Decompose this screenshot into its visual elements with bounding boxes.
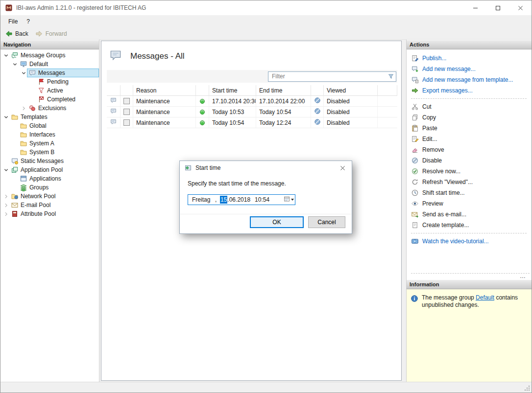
action-resolve-now[interactable]: Resolve now... xyxy=(411,166,530,177)
actions-overflow-indicator[interactable]: … xyxy=(411,273,530,279)
chevron-expanded-icon[interactable] xyxy=(20,69,27,76)
back-button[interactable]: Back xyxy=(3,29,32,39)
tree-item-pending[interactable]: Pending xyxy=(0,77,99,86)
minimize-button[interactable] xyxy=(464,0,486,15)
tree-item-templates[interactable]: Templates xyxy=(0,113,99,121)
action-label: Preview xyxy=(422,200,443,207)
default-group-link[interactable]: Default xyxy=(476,294,494,301)
tree-item-default[interactable]: Default xyxy=(0,60,99,69)
tree-item-messages[interactable]: Messages xyxy=(0,69,99,77)
tree-item-network-pool[interactable]: Network Pool xyxy=(0,192,99,201)
tree-item-active[interactable]: Active xyxy=(0,86,99,95)
tree-item-applications[interactable]: Applications xyxy=(0,174,99,183)
application-pool-icon xyxy=(11,166,19,174)
tree-item-static-messages[interactable]: Static Messages xyxy=(0,157,99,165)
tree-item-system-b[interactable]: System B xyxy=(0,148,99,157)
action-watch-video-tutorial[interactable]: Watch the video-tutorial... xyxy=(411,236,530,247)
dialog-close-button[interactable] xyxy=(334,161,351,175)
action-remove[interactable]: Remove xyxy=(411,144,530,155)
filter-input[interactable] xyxy=(272,73,387,80)
picker-day-selected[interactable]: 15 xyxy=(220,196,227,204)
chevron-expanded-icon[interactable] xyxy=(2,114,9,120)
navigation-header: Navigation xyxy=(0,40,99,49)
cancel-button[interactable]: Cancel xyxy=(308,216,345,228)
message-row[interactable]: Maintenance 17.10.2014 20:30 17.10.2014 … xyxy=(107,96,397,107)
status-bar xyxy=(0,382,532,393)
titlebar: IBI-aws Admin 1.21.0 - registered for IB… xyxy=(0,0,532,15)
action-cut[interactable]: Cut xyxy=(411,101,530,112)
resize-grip[interactable] xyxy=(524,385,531,392)
action-label: Paste xyxy=(422,125,437,132)
edit-icon xyxy=(411,135,419,143)
back-label: Back xyxy=(15,30,28,37)
chevron-expanded-icon[interactable] xyxy=(2,166,9,173)
action-edit[interactable]: Edit... xyxy=(411,134,530,144)
actions-separator xyxy=(411,233,527,233)
datetime-picker[interactable]: Freitag , 15 .06.2018 10:54 xyxy=(188,194,295,205)
tree-item-application-pool[interactable]: Application Pool xyxy=(0,165,99,174)
tree-item-exclusions[interactable]: Exclusions xyxy=(0,104,99,113)
tree-label: Exclusions xyxy=(38,105,66,112)
cell-viewed: Disabled xyxy=(324,117,378,128)
chevron-collapsed-icon[interactable] xyxy=(20,105,27,112)
tree-label: Templates xyxy=(21,114,48,120)
tree-label: Completed xyxy=(47,96,75,103)
menu-help[interactable]: ? xyxy=(22,16,34,27)
dialog-titlebar[interactable]: Start time xyxy=(180,161,352,175)
chevron-collapsed-icon[interactable] xyxy=(2,202,9,208)
column-header-viewed[interactable]: Viewed xyxy=(324,85,378,96)
row-checkbox[interactable] xyxy=(123,119,130,126)
action-export-messages[interactable]: Export messages... xyxy=(411,85,530,96)
filter-band xyxy=(107,70,397,83)
action-disable[interactable]: Disable xyxy=(411,155,530,166)
action-add-new-message-from-template[interactable]: Add new message from template... xyxy=(411,74,530,85)
action-publish[interactable]: Publish... xyxy=(411,53,530,64)
column-header-status[interactable] xyxy=(196,85,209,96)
message-row[interactable]: Maintenance Today 10:54 Today 12:24 Disa… xyxy=(107,117,397,128)
tree-item-global[interactable]: Global xyxy=(0,121,99,130)
action-send-as-email[interactable]: Send as e-mail... xyxy=(411,209,530,220)
tree-item-message-groups[interactable]: Message Groups xyxy=(0,51,99,60)
message-row[interactable]: Maintenance Today 10:53 Today 10:54 Disa… xyxy=(107,107,397,117)
tree-label: Active xyxy=(47,87,63,94)
dialog-icon xyxy=(184,164,192,172)
action-paste[interactable]: Paste xyxy=(411,123,530,134)
column-header-viewed-icon[interactable] xyxy=(311,85,324,96)
calendar-dropdown-button[interactable] xyxy=(282,195,295,205)
column-header-reason[interactable]: Reason xyxy=(133,85,196,96)
row-checkbox[interactable] xyxy=(123,98,130,104)
chevron-collapsed-icon[interactable] xyxy=(2,193,9,200)
action-refresh-viewed[interactable]: Refresh "Viewed"... xyxy=(411,177,530,187)
chevron-spacer xyxy=(11,122,18,129)
chevron-expanded-icon[interactable] xyxy=(11,61,18,68)
tree-label: Network Pool xyxy=(21,193,55,200)
action-copy[interactable]: Copy xyxy=(411,112,530,123)
action-create-template[interactable]: Create template... xyxy=(411,220,530,231)
filter-funnel-icon[interactable] xyxy=(387,73,394,80)
dialog-buttons: OK Cancel xyxy=(250,216,345,228)
column-header-icon[interactable] xyxy=(107,85,121,96)
action-label: Remove xyxy=(422,146,444,153)
tree-item-system-a[interactable]: System A xyxy=(0,139,99,148)
column-header-start-time[interactable]: Start time xyxy=(209,85,256,96)
action-add-new-message[interactable]: Add new message... xyxy=(411,64,530,74)
info-text: The message group xyxy=(422,294,476,301)
menu-file[interactable]: File xyxy=(4,16,22,27)
chevron-expanded-icon[interactable] xyxy=(2,52,9,59)
tree-item-interfaces[interactable]: Interfaces xyxy=(0,130,99,139)
send-as-email-icon xyxy=(411,210,419,218)
row-checkbox[interactable] xyxy=(123,109,130,115)
tree-item-completed[interactable]: Completed xyxy=(0,95,99,104)
maximize-button[interactable] xyxy=(486,0,509,15)
column-header-end-time[interactable]: End time xyxy=(256,85,311,96)
tree-item-email-pool[interactable]: E-mail Pool xyxy=(0,201,99,209)
column-header-checkbox[interactable] xyxy=(121,85,133,96)
forward-button[interactable]: Forward xyxy=(33,29,71,39)
action-shift-start-time[interactable]: Shift start time... xyxy=(411,187,530,198)
tree-item-attribute-pool[interactable]: Attribute Pool xyxy=(0,209,99,218)
tree-item-groups[interactable]: Groups xyxy=(0,183,99,192)
close-button[interactable] xyxy=(509,0,532,15)
chevron-collapsed-icon[interactable] xyxy=(2,210,9,217)
action-preview[interactable]: Preview xyxy=(411,198,530,209)
ok-button[interactable]: OK xyxy=(250,216,304,228)
